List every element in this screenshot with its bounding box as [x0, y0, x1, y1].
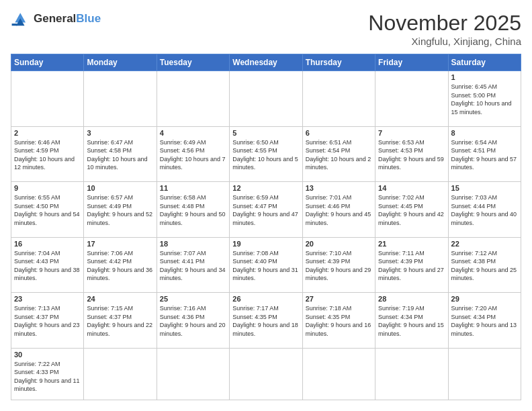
day-info: Sunrise: 7:04 AM Sunset: 4:43 PM Dayligh… — [14, 249, 81, 283]
day-number: 3 — [87, 129, 153, 137]
day-number: 8 — [451, 129, 518, 137]
weekday-header-friday: Friday — [375, 54, 448, 71]
day-number: 27 — [306, 295, 372, 303]
day-info: Sunrise: 6:49 AM Sunset: 4:56 PM Dayligh… — [160, 138, 226, 172]
day-info: Sunrise: 7:13 AM Sunset: 4:37 PM Dayligh… — [14, 304, 81, 338]
weekday-header-monday: Monday — [84, 54, 157, 71]
day-info: Sunrise: 7:12 AM Sunset: 4:38 PM Dayligh… — [451, 249, 518, 283]
day-info: Sunrise: 7:07 AM Sunset: 4:41 PM Dayligh… — [160, 249, 226, 283]
calendar-header: SundayMondayTuesdayWednesdayThursdayFrid… — [11, 54, 521, 71]
day-number: 15 — [451, 184, 518, 192]
calendar-cell: 17Sunrise: 7:06 AM Sunset: 4:42 PM Dayli… — [84, 237, 157, 293]
day-number: 4 — [160, 129, 226, 137]
calendar-cell: 4Sunrise: 6:49 AM Sunset: 4:56 PM Daylig… — [157, 126, 229, 182]
calendar-cell: 6Sunrise: 6:51 AM Sunset: 4:54 PM Daylig… — [302, 126, 375, 182]
calendar-cell — [375, 71, 448, 127]
calendar-cell — [230, 71, 302, 127]
week-row-2: 9Sunrise: 6:55 AM Sunset: 4:50 PM Daylig… — [11, 182, 521, 238]
calendar-cell: 26Sunrise: 7:17 AM Sunset: 4:35 PM Dayli… — [230, 293, 302, 349]
day-info: Sunrise: 7:06 AM Sunset: 4:42 PM Dayligh… — [87, 249, 153, 283]
day-number: 2 — [14, 129, 81, 137]
calendar-cell — [448, 348, 521, 400]
day-info: Sunrise: 7:02 AM Sunset: 4:45 PM Dayligh… — [378, 193, 445, 227]
calendar-cell: 22Sunrise: 7:12 AM Sunset: 4:38 PM Dayli… — [448, 237, 521, 293]
weekday-header-row: SundayMondayTuesdayWednesdayThursdayFrid… — [11, 54, 521, 71]
day-number: 17 — [87, 240, 153, 248]
day-info: Sunrise: 7:10 AM Sunset: 4:39 PM Dayligh… — [306, 249, 372, 283]
day-info: Sunrise: 6:46 AM Sunset: 4:59 PM Dayligh… — [14, 138, 81, 172]
day-info: Sunrise: 6:54 AM Sunset: 4:51 PM Dayligh… — [451, 138, 518, 172]
week-row-1: 2Sunrise: 6:46 AM Sunset: 4:59 PM Daylig… — [11, 126, 521, 182]
day-number: 25 — [160, 295, 226, 303]
calendar-cell — [157, 348, 229, 400]
day-number: 28 — [378, 295, 445, 303]
day-number: 30 — [14, 351, 81, 359]
day-info: Sunrise: 6:59 AM Sunset: 4:47 PM Dayligh… — [232, 193, 299, 227]
day-number: 29 — [451, 295, 518, 303]
calendar-cell: 18Sunrise: 7:07 AM Sunset: 4:41 PM Dayli… — [157, 237, 229, 293]
day-number: 23 — [14, 295, 81, 303]
calendar-cell: 25Sunrise: 7:16 AM Sunset: 4:36 PM Dayli… — [157, 293, 229, 349]
day-info: Sunrise: 6:47 AM Sunset: 4:58 PM Dayligh… — [87, 138, 153, 172]
day-number: 22 — [451, 240, 518, 248]
calendar-cell: 24Sunrise: 7:15 AM Sunset: 4:37 PM Dayli… — [84, 293, 157, 349]
weekday-header-sunday: Sunday — [11, 54, 84, 71]
day-number: 18 — [160, 240, 226, 248]
day-number: 7 — [378, 129, 445, 137]
weekday-header-tuesday: Tuesday — [157, 54, 229, 71]
day-info: Sunrise: 6:45 AM Sunset: 5:00 PM Dayligh… — [451, 83, 518, 116]
calendar-cell: 15Sunrise: 7:03 AM Sunset: 4:44 PM Dayli… — [448, 182, 521, 238]
weekday-header-wednesday: Wednesday — [230, 54, 302, 71]
calendar-cell: 2Sunrise: 6:46 AM Sunset: 4:59 PM Daylig… — [11, 126, 84, 182]
calendar-cell — [84, 348, 157, 400]
calendar-cell: 19Sunrise: 7:08 AM Sunset: 4:40 PM Dayli… — [230, 237, 302, 293]
day-info: Sunrise: 7:15 AM Sunset: 4:37 PM Dayligh… — [87, 304, 153, 338]
day-info: Sunrise: 7:11 AM Sunset: 4:39 PM Dayligh… — [378, 249, 445, 283]
weekday-header-thursday: Thursday — [302, 54, 375, 71]
logo-text: GeneralBlue — [34, 12, 101, 26]
day-info: Sunrise: 6:50 AM Sunset: 4:55 PM Dayligh… — [232, 138, 299, 172]
calendar-cell: 21Sunrise: 7:11 AM Sunset: 4:39 PM Dayli… — [375, 237, 448, 293]
calendar-cell — [157, 71, 229, 127]
day-number: 10 — [87, 184, 153, 192]
calendar-cell: 16Sunrise: 7:04 AM Sunset: 4:43 PM Dayli… — [11, 237, 84, 293]
day-number: 24 — [87, 295, 153, 303]
day-number: 14 — [378, 184, 445, 192]
day-info: Sunrise: 6:58 AM Sunset: 4:48 PM Dayligh… — [160, 193, 226, 227]
title-block: November 2025 Xingfulu, Xinjiang, China — [368, 11, 521, 47]
day-number: 12 — [232, 184, 299, 192]
day-number: 9 — [14, 184, 81, 192]
calendar-title: November 2025 — [368, 11, 521, 36]
calendar-table: SundayMondayTuesdayWednesdayThursdayFrid… — [11, 54, 521, 400]
calendar-cell: 11Sunrise: 6:58 AM Sunset: 4:48 PM Dayli… — [157, 182, 229, 238]
day-info: Sunrise: 7:03 AM Sunset: 4:44 PM Dayligh… — [451, 193, 518, 227]
day-number: 21 — [378, 240, 445, 248]
day-info: Sunrise: 7:01 AM Sunset: 4:46 PM Dayligh… — [306, 193, 372, 227]
calendar-cell: 23Sunrise: 7:13 AM Sunset: 4:37 PM Dayli… — [11, 293, 84, 349]
day-info: Sunrise: 6:51 AM Sunset: 4:54 PM Dayligh… — [306, 138, 372, 172]
day-info: Sunrise: 7:16 AM Sunset: 4:36 PM Dayligh… — [160, 304, 226, 338]
logo: GeneralBlue — [11, 11, 101, 27]
calendar-cell: 30Sunrise: 7:22 AM Sunset: 4:33 PM Dayli… — [11, 348, 84, 400]
calendar-cell: 28Sunrise: 7:19 AM Sunset: 4:34 PM Dayli… — [375, 293, 448, 349]
header: GeneralBlue November 2025 Xingfulu, Xinj… — [11, 11, 521, 47]
weekday-header-saturday: Saturday — [448, 54, 521, 71]
day-info: Sunrise: 7:18 AM Sunset: 4:35 PM Dayligh… — [306, 304, 372, 338]
day-info: Sunrise: 7:22 AM Sunset: 4:33 PM Dayligh… — [14, 360, 81, 394]
day-info: Sunrise: 6:53 AM Sunset: 4:53 PM Dayligh… — [378, 138, 445, 172]
day-number: 6 — [306, 129, 372, 137]
week-row-4: 23Sunrise: 7:13 AM Sunset: 4:37 PM Dayli… — [11, 293, 521, 349]
day-info: Sunrise: 7:17 AM Sunset: 4:35 PM Dayligh… — [232, 304, 299, 338]
calendar-cell — [84, 71, 157, 127]
day-number: 11 — [160, 184, 226, 192]
calendar-cell: 7Sunrise: 6:53 AM Sunset: 4:53 PM Daylig… — [375, 126, 448, 182]
day-info: Sunrise: 7:20 AM Sunset: 4:34 PM Dayligh… — [451, 304, 518, 338]
day-info: Sunrise: 6:55 AM Sunset: 4:50 PM Dayligh… — [14, 193, 81, 227]
calendar-cell: 12Sunrise: 6:59 AM Sunset: 4:47 PM Dayli… — [230, 182, 302, 238]
page: GeneralBlue November 2025 Xingfulu, Xinj… — [0, 0, 532, 411]
calendar-cell — [375, 348, 448, 400]
week-row-3: 16Sunrise: 7:04 AM Sunset: 4:43 PM Dayli… — [11, 237, 521, 293]
svg-rect-2 — [12, 24, 17, 26]
day-number: 26 — [232, 295, 299, 303]
calendar-cell: 13Sunrise: 7:01 AM Sunset: 4:46 PM Dayli… — [302, 182, 375, 238]
